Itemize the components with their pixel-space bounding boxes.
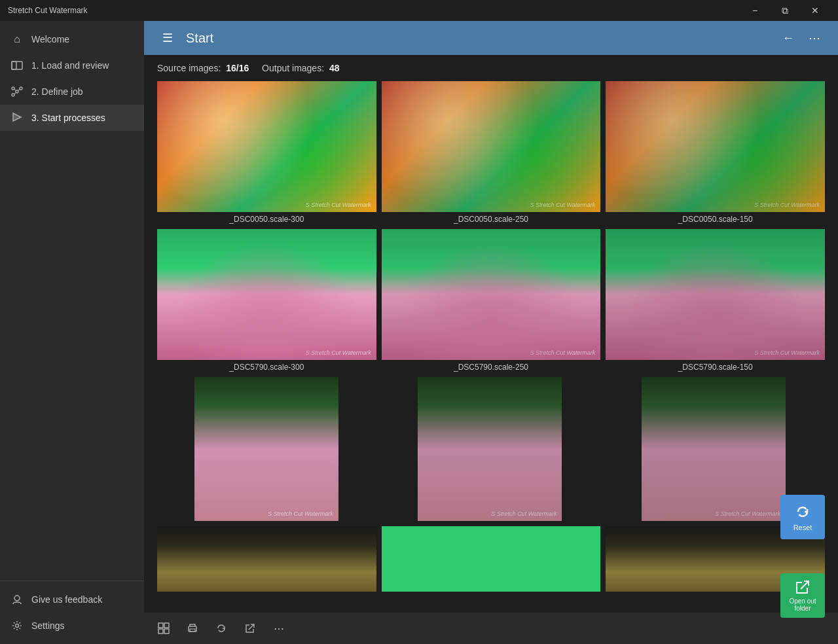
window-controls: − ⧉ ✕: [740, 0, 830, 21]
svg-point-2: [16, 90, 18, 93]
image-label-ornament-250: _DSC0050.scale-250: [454, 215, 528, 224]
image-thumb-tulips-300[interactable]: S Stretch Cut Watermark: [157, 229, 376, 360]
watermark-5: S Stretch Cut Watermark: [530, 349, 595, 356]
image-cell-small-tulips-2: S Stretch Cut Watermark: [381, 377, 600, 521]
watermark-3: S Stretch Cut Watermark: [754, 202, 820, 208]
output-images-value: 48: [329, 63, 340, 73]
hamburger-button[interactable]: ☰: [155, 25, 181, 51]
svg-point-4: [20, 87, 22, 90]
app-header: ☰ Start ← ⋯: [144, 21, 838, 55]
image-thumb-tulips-250[interactable]: S Stretch Cut Watermark: [382, 229, 601, 360]
image-thumb-flower-1[interactable]: [157, 526, 376, 592]
watermark-1: S Stretch Cut Watermark: [306, 202, 371, 208]
watermark-2: S Stretch Cut Watermark: [530, 202, 595, 208]
svg-marker-9: [13, 113, 21, 121]
watermark-8: S Stretch Cut Watermark: [492, 510, 557, 517]
sidebar-label-start: 3. Start processes: [31, 113, 105, 123]
sidebar-item-welcome[interactable]: ⌂ Welcome: [0, 26, 144, 52]
image-row-2: S Stretch Cut Watermark _DSC5790.scale-3…: [157, 229, 825, 372]
watermark-6: S Stretch Cut Watermark: [754, 349, 820, 356]
watermark-4: S Stretch Cut Watermark: [306, 349, 371, 356]
svg-rect-15: [164, 629, 169, 634]
svg-line-7: [18, 89, 20, 91]
image-cell-flower-1: [157, 526, 376, 592]
svg-line-8: [14, 93, 16, 95]
image-thumb-small-tulips-3[interactable]: S Stretch Cut Watermark: [642, 377, 786, 521]
sidebar-item-define-job[interactable]: 2. Define job: [0, 79, 144, 105]
open-folder-label: Open out folder: [780, 598, 825, 612]
network-icon: [10, 85, 24, 98]
image-cell-flower-2: [382, 526, 601, 592]
title-bar: Stretch Cut Watermark − ⧉ ✕: [0, 0, 838, 21]
image-label-ornament-300: _DSC0050.scale-300: [229, 215, 304, 224]
image-cell-ornament-150: S Stretch Cut Watermark _DSC0050.scale-1…: [606, 81, 825, 224]
app-body: ⌂ Welcome 1. Load and review: [0, 21, 838, 644]
sidebar-label-feedback: Give us feedback: [31, 594, 102, 605]
image-label-tulips-250: _DSC5790.scale-250: [454, 363, 528, 372]
image-cell-tulips-150: S Stretch Cut Watermark _DSC5790.scale-1…: [606, 229, 825, 372]
svg-rect-1: [12, 62, 16, 69]
app-title: Stretch Cut Watermark: [8, 6, 740, 15]
watermark-7: S Stretch Cut Watermark: [268, 510, 333, 517]
page-title: Start: [186, 31, 775, 46]
minimize-button[interactable]: −: [740, 0, 770, 21]
source-images-label: Source images:: [157, 63, 221, 73]
svg-rect-17: [190, 629, 195, 632]
print-button[interactable]: [181, 617, 204, 640]
svg-rect-14: [158, 629, 163, 634]
feedback-icon: [10, 593, 24, 606]
image-thumb-small-tulips-2[interactable]: S Stretch Cut Watermark: [418, 377, 562, 521]
svg-rect-13: [164, 623, 169, 628]
svg-point-5: [12, 94, 14, 96]
svg-line-6: [14, 89, 16, 91]
open-out-folder-button[interactable]: Open out folder: [780, 573, 825, 618]
more-toolbar-button[interactable]: ⋯: [267, 617, 291, 640]
refresh-button[interactable]: [210, 617, 233, 640]
reset-button[interactable]: Reset: [780, 495, 825, 539]
settings-icon: [10, 619, 24, 632]
svg-point-11: [16, 624, 19, 628]
flag-icon: [10, 111, 24, 124]
maximize-button[interactable]: ⧉: [770, 0, 800, 21]
sidebar-divider: [0, 581, 144, 581]
sidebar-bottom: Give us feedback Settings: [0, 586, 144, 644]
image-row-4: [157, 526, 825, 592]
image-thumb-ornament-250[interactable]: S Stretch Cut Watermark: [382, 81, 601, 212]
sidebar-item-settings[interactable]: Settings: [0, 613, 144, 639]
sidebar-label-define: 2. Define job: [31, 86, 83, 97]
bottom-toolbar: ⋯: [144, 613, 838, 644]
image-cell-ornament-250: S Stretch Cut Watermark _DSC0050.scale-2…: [382, 81, 601, 224]
image-icon: [10, 59, 24, 72]
sidebar-label-load: 1. Load and review: [31, 60, 109, 71]
image-label-tulips-300: _DSC5790.scale-300: [229, 363, 304, 372]
image-row-1: S Stretch Cut Watermark _DSC0050.scale-3…: [157, 81, 825, 224]
source-images-value: 16/16: [226, 63, 249, 73]
sidebar-item-start-processes[interactable]: 3. Start processes: [0, 105, 144, 131]
view-toggle-button[interactable]: [152, 617, 175, 640]
image-thumb-tulips-150[interactable]: S Stretch Cut Watermark: [606, 229, 825, 360]
image-grid: S Stretch Cut Watermark _DSC0050.scale-3…: [144, 81, 838, 613]
home-icon: ⌂: [10, 33, 24, 46]
image-thumb-small-tulips-1[interactable]: S Stretch Cut Watermark: [194, 377, 338, 521]
image-cell-small-tulips-1: S Stretch Cut Watermark: [157, 377, 376, 521]
image-row-3: S Stretch Cut Watermark S Stretch Cut Wa…: [157, 377, 825, 521]
sidebar-label-settings: Settings: [31, 620, 65, 631]
watermark-9: S Stretch Cut Watermark: [715, 510, 780, 517]
reset-label: Reset: [793, 524, 812, 531]
more-options-button[interactable]: ⋯: [801, 25, 828, 51]
sidebar-item-load-review[interactable]: 1. Load and review: [0, 52, 144, 79]
svg-point-10: [14, 596, 20, 601]
image-thumb-flower-2[interactable]: [382, 526, 601, 592]
svg-rect-12: [158, 623, 163, 628]
image-thumb-ornament-150[interactable]: S Stretch Cut Watermark: [606, 81, 825, 212]
image-thumb-ornament-300[interactable]: S Stretch Cut Watermark: [157, 81, 376, 212]
open-external-button[interactable]: [238, 617, 262, 640]
sidebar-nav: ⌂ Welcome 1. Load and review: [0, 21, 144, 136]
image-label-ornament-150: _DSC0050.scale-150: [678, 215, 753, 224]
sidebar: ⌂ Welcome 1. Load and review: [0, 21, 144, 644]
sidebar-item-feedback[interactable]: Give us feedback: [0, 586, 144, 613]
back-button[interactable]: ←: [775, 25, 801, 51]
svg-rect-0: [12, 62, 22, 69]
close-button[interactable]: ✕: [800, 0, 830, 21]
stats-bar: Source images: 16/16 Output images: 48: [144, 55, 838, 81]
